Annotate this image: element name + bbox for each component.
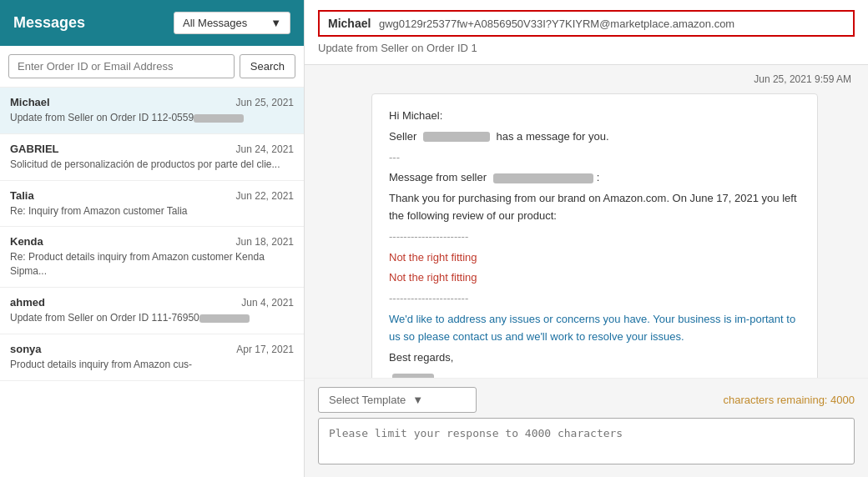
recipient-email: gwg0129r25377fw+A0856950V33I?Y7KIYRM@mar… <box>379 18 734 30</box>
message-preview: Re: Inquiry from Amazon customer Talia <box>10 204 294 218</box>
message-date: Jun 4, 2021 <box>241 297 294 309</box>
message-bubble: Hi Michael: Seller has a message for you… <box>371 93 818 378</box>
msg-body2: We'd like to address any issues or conce… <box>389 311 800 346</box>
message-sender: Kenda <box>10 235 43 248</box>
main-content: Michael gwg0129r25377fw+A0856950V33I?Y7K… <box>305 0 868 477</box>
search-input[interactable] <box>8 54 235 78</box>
msg-review1: Not the right fitting <box>389 249 800 267</box>
msg-greeting: Hi Michael: <box>389 108 800 125</box>
header-subject: Update from Seller on Order ID 1 <box>318 42 855 54</box>
list-item[interactable]: Talia Jun 22, 2021 Re: Inquiry from Amaz… <box>0 181 304 228</box>
msg-divider: --- <box>389 149 800 167</box>
sidebar: Messages All Messages ▼ Search Michael J… <box>0 0 305 477</box>
message-sender: sonya <box>10 343 42 355</box>
message-date: Jun 22, 2021 <box>236 190 294 202</box>
message-header: Michael gwg0129r25377fw+A0856950V33I?Y7K… <box>305 0 868 65</box>
msg-signature <box>389 369 800 378</box>
message-date: Jun 18, 2021 <box>236 236 294 248</box>
message-date: Jun 24, 2021 <box>236 143 294 155</box>
message-timestamp: Jun 25, 2021 9:59 AM <box>321 73 851 85</box>
message-preview: Re: Product details inquiry from Amazon … <box>10 250 294 279</box>
message-sender: Talia <box>10 189 34 202</box>
template-select-dropdown[interactable]: Select Template ▼ <box>318 387 477 413</box>
msg-line-seller: Seller has a message for you. <box>389 128 800 146</box>
list-item[interactable]: Kenda Jun 18, 2021 Re: Product details i… <box>0 227 304 288</box>
list-item[interactable]: ahmed Jun 4, 2021 Update from Seller on … <box>0 288 304 334</box>
reply-textarea[interactable] <box>318 418 855 464</box>
message-sender: ahmed <box>10 296 45 309</box>
dropdown-label: All Messages <box>183 17 247 29</box>
header-name-box: Michael gwg0129r25377fw+A0856950V33I?Y7K… <box>318 10 855 37</box>
sidebar-title: Messages <box>13 14 85 32</box>
list-item[interactable]: Michael Jun 25, 2021 Update from Seller … <box>0 88 304 134</box>
search-button[interactable]: Search <box>240 54 295 78</box>
msg-regards: Best regards, <box>389 349 800 367</box>
reply-area: Select Template ▼ characters remaining: … <box>305 378 868 477</box>
reply-controls: Select Template ▼ characters remaining: … <box>318 387 855 413</box>
message-preview: Update from Seller on Order ID 111-76950 <box>10 311 294 325</box>
message-preview: Solicitud de personalización de producto… <box>10 158 294 172</box>
list-item[interactable]: GABRIEL Jun 24, 2021 Solicitud de person… <box>0 134 304 181</box>
message-preview: Update from Seller on Order ID 112-0559 <box>10 111 294 125</box>
recipient-name: Michael <box>328 17 371 30</box>
search-bar: Search <box>0 46 304 88</box>
message-sender: GABRIEL <box>10 143 59 155</box>
sidebar-header: Messages All Messages ▼ <box>0 0 304 46</box>
list-item[interactable]: sonya Apr 17, 2021 Product details inqui… <box>0 334 304 381</box>
msg-divider3: ---------------------- <box>389 290 800 308</box>
all-messages-dropdown[interactable]: All Messages ▼ <box>174 12 290 34</box>
msg-body1: Thank you for purchasing from our brand … <box>389 190 800 225</box>
message-sender: Michael <box>10 96 50 108</box>
msg-divider2: ---------------------- <box>389 228 800 246</box>
template-select-label: Select Template <box>329 394 406 406</box>
chars-remaining: characters remaining: 4000 <box>723 394 855 406</box>
chevron-down-icon: ▼ <box>270 17 281 29</box>
message-preview: Product details inquiry from Amazon cus- <box>10 358 294 372</box>
message-date: Jun 25, 2021 <box>236 97 294 108</box>
msg-from-seller: Message from seller : <box>389 169 800 187</box>
msg-review2: Not the right fitting <box>389 269 800 287</box>
chevron-down-icon: ▼ <box>412 394 423 406</box>
message-list: Michael Jun 25, 2021 Update from Seller … <box>0 88 304 477</box>
message-body-area: Jun 25, 2021 9:59 AM Hi Michael: Seller … <box>305 65 868 378</box>
message-date: Apr 17, 2021 <box>236 344 294 355</box>
